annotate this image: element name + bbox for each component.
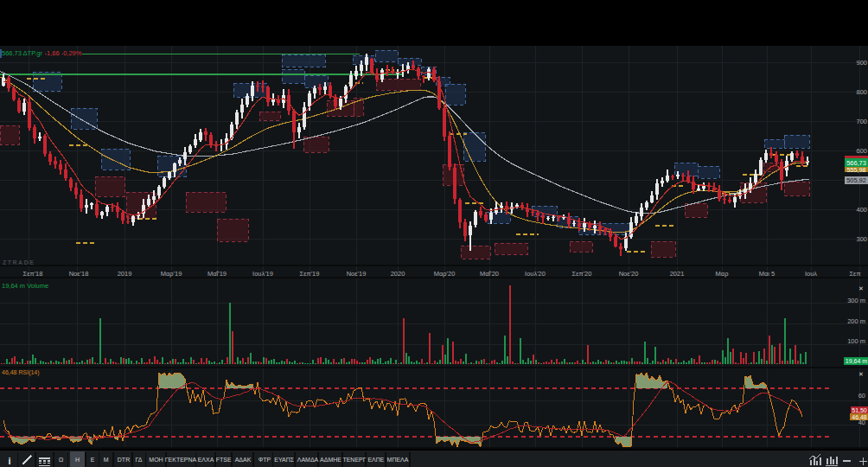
svg-text:ΛΑΜΔΑ: ΛΑΜΔΑ [297,457,319,463]
svg-text:ΦΤΡ: ΦΤΡ [258,457,271,463]
svg-text:Νοε'18: Νοε'18 [69,270,89,278]
svg-text:51,50: 51,50 [852,407,867,413]
svg-text:ΜΟΗ: ΜΟΗ [149,457,163,463]
svg-text:M: M [104,457,109,463]
svg-text:Ιουλ'19: Ιουλ'19 [252,270,273,278]
svg-text:ΕΛΠΕ: ΕΛΠΕ [367,457,384,463]
svg-text:60: 60 [858,392,865,400]
svg-text:46,48 RSI(14): 46,48 RSI(14) [2,369,40,376]
svg-text:ΓΔ: ΓΔ [136,457,143,463]
svg-text:300: 300 [856,235,867,243]
svg-text:19,64 m Volume: 19,64 m Volume [2,282,48,290]
svg-text:46,48: 46,48 [852,414,867,420]
svg-text:Σεπ'19: Σεπ'19 [300,270,320,278]
svg-text:505,92: 505,92 [846,176,866,184]
svg-text:H: H [75,457,80,463]
svg-text:Μαΐ'20: Μαΐ'20 [480,270,499,278]
svg-text:-1,66 -0,29%: -1,66 -0,29% [45,49,82,57]
svg-text:Σεπ'18: Σεπ'18 [23,270,43,278]
svg-text:DTR: DTR [118,457,130,463]
svg-text:FTSE: FTSE [216,457,232,463]
svg-text:2019: 2019 [118,270,132,278]
svg-text:400: 400 [856,206,867,214]
svg-text:Μαΐ'19: Μαΐ'19 [207,270,227,278]
svg-text:ΓΕΚΤΕΡΝΑ: ΓΕΚΤΕΡΝΑ [165,457,197,463]
svg-text:ΑΔΑΚ: ΑΔΑΚ [235,457,252,463]
svg-text:ΕΥΑΠΣ: ΕΥΑΠΣ [274,457,295,463]
svg-text:800: 800 [856,88,867,96]
svg-text:2020: 2020 [391,270,405,278]
svg-text:Μαρ'20: Μαρ'20 [434,270,456,278]
svg-text:600: 600 [856,147,867,155]
svg-text:566,73 ΔTP.gr: 566,73 ΔTP.gr [2,49,42,57]
svg-text:ΑΔΜΗΕ: ΑΔΜΗΕ [320,457,341,463]
svg-text:Μαρ'19: Μαρ'19 [161,270,182,278]
svg-text:Νοε'19: Νοε'19 [347,270,367,278]
svg-text:566,73: 566,73 [846,159,866,167]
svg-text:Σεπ: Σεπ [849,270,860,278]
svg-text:19,64 m: 19,64 m [846,358,867,364]
svg-text:i: i [8,456,10,466]
svg-text:300 m: 300 m [847,297,865,304]
svg-text:Ιουλ'20: Ιουλ'20 [525,270,546,278]
svg-text:ΤΕΝΕΡΓ: ΤΕΝΕΡΓ [342,457,366,463]
svg-text:ZTRADE: ZTRADE [3,259,35,265]
svg-text:ΜΠΕΛΑ: ΜΠΕΛΑ [387,457,409,463]
svg-text:✕: ✕ [858,371,864,377]
svg-text:ΕΛΧΑ: ΕΛΧΑ [198,457,214,463]
svg-text:900: 900 [856,59,867,67]
svg-text:Μαι 5: Μαι 5 [759,270,775,278]
svg-text:E: E [91,457,95,463]
svg-text:Νοε'20: Νοε'20 [619,270,639,278]
svg-text:Ιουλ: Ιουλ [805,270,817,278]
svg-text:Ω: Ω [59,457,63,463]
svg-text:200 m: 200 m [847,317,865,325]
svg-text:Μαρ: Μαρ [716,270,729,278]
svg-text:700: 700 [856,118,867,125]
svg-text:✕: ✕ [858,285,864,291]
svg-text:2021: 2021 [670,270,685,278]
svg-text:Σεπ'20: Σεπ'20 [572,270,592,278]
svg-text:100 m: 100 m [847,337,865,345]
